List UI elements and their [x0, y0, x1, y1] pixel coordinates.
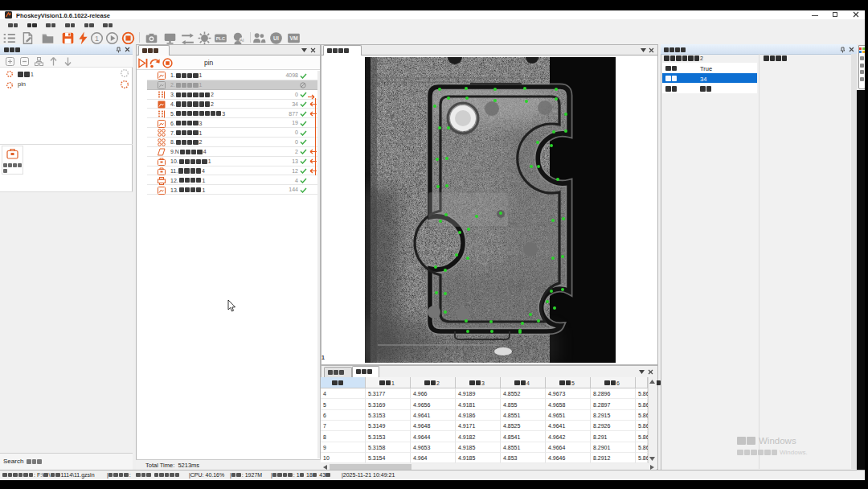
svg-text:PLC: PLC — [215, 36, 224, 41]
svg-text:1: 1 — [94, 34, 98, 42]
svg-text:AI: AI — [240, 38, 244, 43]
svg-text:UI: UI — [273, 35, 279, 41]
svg-text:VM: VM — [289, 35, 298, 41]
